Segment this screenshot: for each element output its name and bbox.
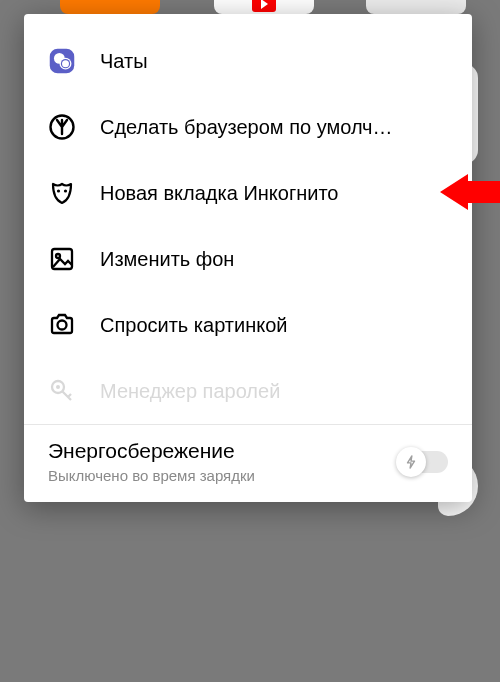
menu-item-label: Сделать браузером по умолчанию bbox=[100, 116, 400, 139]
bg-tile bbox=[60, 0, 160, 14]
energy-saving-row[interactable]: Энергосбережение Выключено во время заря… bbox=[24, 425, 472, 502]
energy-text: Энергосбережение Выключено во время заря… bbox=[48, 439, 255, 484]
svg-point-7 bbox=[64, 189, 67, 192]
chat-icon bbox=[48, 47, 76, 75]
annotation-arrow bbox=[440, 174, 500, 210]
menu-item-label: Менеджер паролей bbox=[100, 380, 280, 403]
energy-subtitle: Выключено во время зарядки bbox=[48, 467, 255, 484]
menu-item-label: Чаты bbox=[100, 50, 148, 73]
svg-point-10 bbox=[58, 321, 67, 330]
bg-tile bbox=[214, 0, 314, 14]
bolt-icon bbox=[396, 447, 426, 477]
incognito-mask-icon bbox=[48, 179, 76, 207]
camera-search-icon bbox=[48, 311, 76, 339]
menu-item-image-search[interactable]: Спросить картинкой bbox=[24, 292, 472, 358]
menu-item-default-browser[interactable]: Сделать браузером по умолчанию bbox=[24, 94, 472, 160]
energy-toggle[interactable] bbox=[402, 451, 448, 473]
menu-item-password-manager[interactable]: Менеджер паролей bbox=[24, 358, 472, 424]
image-icon bbox=[48, 245, 76, 273]
menu-item-incognito[interactable]: Новая вкладка Инкогнито bbox=[24, 160, 472, 226]
svg-point-4 bbox=[62, 60, 69, 67]
key-icon bbox=[48, 377, 76, 405]
yandex-icon bbox=[48, 113, 76, 141]
menu-item-change-background[interactable]: Изменить фон bbox=[24, 226, 472, 292]
menu-item-label: Новая вкладка Инкогнито bbox=[100, 182, 339, 205]
menu-item-label: Спросить картинкой bbox=[100, 314, 287, 337]
menu-item-label: Изменить фон bbox=[100, 248, 234, 271]
svg-point-6 bbox=[57, 189, 60, 192]
svg-point-12 bbox=[56, 385, 60, 389]
menu-list: Чаты Сделать браузером по умолчанию Нова… bbox=[24, 14, 472, 424]
energy-title: Энергосбережение bbox=[48, 439, 255, 463]
menu-panel: Чаты Сделать браузером по умолчанию Нова… bbox=[24, 14, 472, 502]
menu-item-chats[interactable]: Чаты bbox=[24, 28, 472, 94]
bg-tile bbox=[366, 0, 466, 14]
svg-point-9 bbox=[56, 254, 60, 258]
